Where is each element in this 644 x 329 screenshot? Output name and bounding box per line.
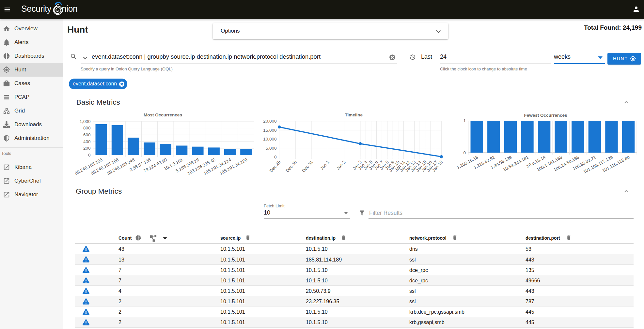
svg-text:10,000: 10,000 [263,137,276,142]
svg-text:Jan 2: Jan 2 [336,159,346,171]
svg-text:200: 200 [83,146,91,151]
svg-text:20,000: 20,000 [263,119,276,124]
svg-text:Dec 31: Dec 31 [301,159,314,173]
svg-text:0: 0 [463,150,466,155]
svg-text:15,000: 15,000 [263,128,276,133]
svg-text:600: 600 [83,132,91,137]
svg-text:185.191.34.120: 185.191.34.120 [219,157,248,176]
svg-text:101.108.117.128: 101.108.117.128 [582,155,614,174]
svg-text:5,000: 5,000 [266,146,277,151]
svg-text:Dec 30: Dec 30 [285,159,298,173]
svg-text:Dec 29: Dec 29 [269,159,282,173]
svg-text:Timeline: Timeline [345,112,363,117]
svg-text:0: 0 [88,153,91,157]
svg-text:800: 800 [83,126,91,130]
svg-text:400: 400 [83,139,91,144]
svg-text:Most Occurrences: Most Occurrences [144,112,182,117]
svg-text:1,000: 1,000 [80,119,91,124]
svg-text:0: 0 [274,155,277,159]
svg-text:Fewest Occurrences: Fewest Occurrences [524,113,567,118]
svg-text:Jan 1: Jan 1 [319,159,330,171]
svg-text:1: 1 [463,118,466,123]
